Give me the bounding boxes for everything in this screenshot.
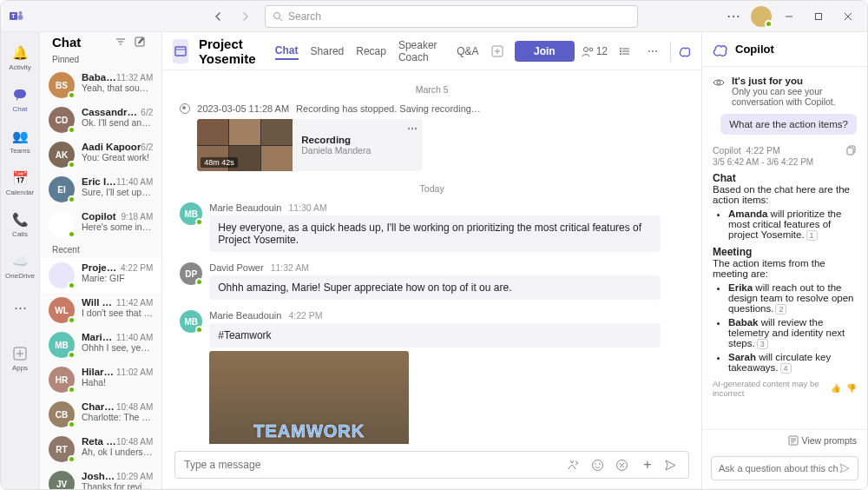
copilot-input[interactable] <box>711 456 858 480</box>
pinned-label: Pinned <box>40 51 161 68</box>
copilot-textbox[interactable] <box>719 463 838 473</box>
cloud-icon: ☁️ <box>11 253 29 270</box>
citation-chip[interactable]: 4 <box>780 363 792 374</box>
chat-list-item[interactable]: Project Yosemite4:22 PMMarie: GIF <box>40 258 161 293</box>
recording-card[interactable]: 48m 42s Recording Daniela Mandera ⋯ <box>197 119 423 171</box>
avatar: MB <box>180 310 202 333</box>
avatar: WL <box>49 297 75 323</box>
chat-item-time: 4:22 PM <box>121 263 153 273</box>
forward-button[interactable] <box>233 4 258 29</box>
avatar: CD <box>49 107 75 133</box>
chat-item-time: 11:40 AM <box>116 177 153 187</box>
rail-calendar[interactable]: 📅Calendar <box>1 162 39 202</box>
chat-list-item[interactable]: CDCassandra Dunn6/2Ok. I'll send an upda… <box>40 103 161 137</box>
chat-list-item[interactable]: HRHilary Reyes11:02 AMHaha! <box>40 362 161 397</box>
chat-list-item[interactable]: AKAadi Kapoor6/2You: Great work! <box>40 137 161 172</box>
chat-list-item[interactable]: Copilot9:18 AMHere's some info to help y… <box>40 207 161 242</box>
add-tab-icon[interactable] <box>491 41 504 62</box>
titlebar: T Search ⋯ <box>1 1 867 32</box>
tab-recap[interactable]: Recap <box>356 43 386 59</box>
participants-icon[interactable]: 12 <box>582 41 608 62</box>
recording-status: Recording has stopped. Saving recording… <box>296 103 481 114</box>
avatar: JV <box>49 471 75 489</box>
chat-tabs: Chat Shared Recap Speaker Coach Q&A <box>275 37 504 65</box>
chat-list-item[interactable]: JVJoshua VanBuren10:29 AMThanks for revi… <box>40 467 161 489</box>
tab-qa[interactable]: Q&A <box>457 43 478 59</box>
emoji-icon[interactable] <box>591 459 607 472</box>
citation-chip[interactable]: 3 <box>757 339 768 349</box>
send-icon[interactable] <box>664 459 680 472</box>
view-prompts-label: View prompts <box>802 435 857 446</box>
tab-speaker-coach[interactable]: Speaker Coach <box>398 37 444 65</box>
chat-list-item[interactable]: RTReta Taylor10:48 AMAh, ok I understand… <box>40 432 161 467</box>
rail-label: Calendar <box>6 189 34 196</box>
chat-more-icon[interactable]: ⋯ <box>642 41 663 62</box>
close-button[interactable] <box>836 4 860 29</box>
join-button[interactable]: Join <box>515 41 575 62</box>
rail-label: Calls <box>12 230 28 238</box>
tab-chat[interactable]: Chat <box>275 43 299 60</box>
chat-list-item[interactable]: CBCharlotte and Babak10:48 AMCharlotte: … <box>40 397 161 432</box>
recording-status-row: 2023-03-05 11:28 AM Recording has stoppe… <box>180 103 684 114</box>
chat-item-time: 11:42 AM <box>116 298 153 308</box>
maximize-button[interactable] <box>806 4 831 29</box>
chat-item-preview: Here's some info to help you prep for yo… <box>82 222 153 232</box>
rail-teams[interactable]: 👥Teams <box>1 121 39 161</box>
message-composer[interactable]: + <box>174 451 689 479</box>
search-input[interactable]: Search <box>265 5 638 28</box>
chat-section-intro: Based on the chat here are the action it… <box>713 184 857 205</box>
action-item: Erika will reach out to the design team … <box>728 282 857 315</box>
rail-chat[interactable]: Chat <box>1 79 39 119</box>
rail-calls[interactable]: 📞Calls <box>1 204 39 244</box>
copilot-send-icon[interactable] <box>838 462 851 474</box>
copilot-compose-icon[interactable] <box>615 459 631 472</box>
citation-chip[interactable]: 2 <box>775 304 786 315</box>
message-time: 4:22 PM <box>288 310 322 321</box>
chat-list-item[interactable]: EIEric Ishida11:40 AMSure, I'll set up s… <box>40 172 161 207</box>
eye-icon <box>713 76 725 89</box>
chat-list-item[interactable]: WLWill Little11:42 AMI don't see that be… <box>40 293 161 328</box>
citation-chip[interactable]: 1 <box>806 230 818 241</box>
bell-icon: 🔔 <box>11 44 29 62</box>
day-divider: Today <box>180 183 684 194</box>
svg-rect-18 <box>175 47 186 56</box>
current-user-avatar[interactable] <box>751 6 772 27</box>
chat-item-preview: Marie: GIF <box>82 273 153 283</box>
chat-header: Project Yosemite Chat Shared Recap Speak… <box>162 32 701 70</box>
day-divider: March 5 <box>180 84 684 95</box>
back-button[interactable] <box>206 4 230 29</box>
rail-activity[interactable]: 🔔Activity <box>1 37 39 77</box>
list-icon[interactable] <box>615 41 635 62</box>
thumbs-up-icon[interactable]: 👍 <box>831 383 841 393</box>
message-list: March 5 2023-03-05 11:28 AM Recording ha… <box>162 70 701 444</box>
chat-item-time: 10:48 AM <box>116 402 153 412</box>
chat-list-item[interactable]: MBMarie Beaudouin11:40 AMOhhh I see, yes… <box>40 328 161 362</box>
avatar: DP <box>180 262 202 285</box>
rail-onedrive[interactable]: ☁️OneDrive <box>1 246 39 286</box>
filter-icon[interactable] <box>111 32 130 51</box>
recording-more-icon[interactable]: ⋯ <box>407 122 418 135</box>
svg-point-23 <box>583 47 588 51</box>
svg-point-32 <box>595 463 596 465</box>
new-chat-icon[interactable] <box>130 32 149 51</box>
chat-list-item[interactable]: BSBabak Shammas (You)11:32 AMYeah, that … <box>40 68 161 103</box>
rail-apps[interactable]: Apps <box>1 338 39 378</box>
recording-duration: 48m 42s <box>201 157 238 168</box>
svg-point-28 <box>620 48 621 50</box>
minimize-button[interactable] <box>777 4 801 29</box>
attach-icon[interactable]: + <box>640 457 655 473</box>
avatar: CB <box>49 401 75 427</box>
composer-input[interactable] <box>184 459 558 471</box>
gif-overlay-text: TEAMWORK <box>253 421 365 441</box>
copy-icon[interactable] <box>846 145 857 156</box>
view-prompts-button[interactable]: View prompts <box>702 429 867 451</box>
format-icon[interactable] <box>567 459 582 472</box>
more-icon[interactable]: ⋯ <box>721 4 746 29</box>
thumbs-down-icon[interactable]: 👎 <box>846 383 857 393</box>
rail-more[interactable]: ⋯ <box>1 288 39 328</box>
tab-shared[interactable]: Shared <box>311 43 345 59</box>
gif-attachment[interactable]: TEAMWORK <box>209 351 409 444</box>
chat-item-preview: I don't see that being an issue. Can you… <box>82 308 153 318</box>
copilot-toggle-icon[interactable] <box>670 41 691 62</box>
chat-icon <box>11 86 29 103</box>
